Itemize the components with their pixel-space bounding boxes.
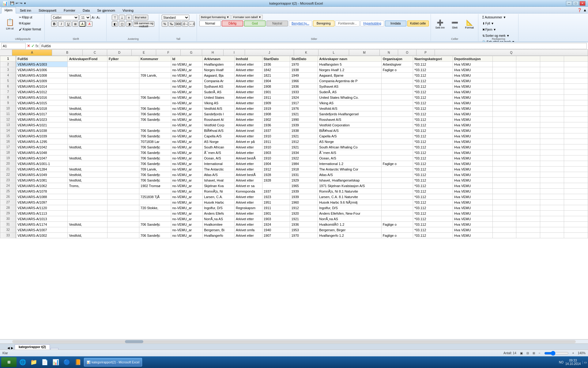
tab-sideoppsett[interactable]: Sideoppsett bbox=[35, 7, 60, 13]
cell-25-0[interactable]: VEMU/ARS-A/1078 bbox=[16, 189, 68, 194]
cell-23-1[interactable]: Vestfold, bbox=[68, 178, 107, 183]
cell-33-8[interactable]: 1970 bbox=[290, 233, 318, 238]
cell-12-15[interactable] bbox=[540, 117, 564, 122]
cell-17-6[interactable]: Arkivet etter bbox=[234, 144, 262, 150]
cell-27-5[interactable]: Husvik Harbc bbox=[203, 200, 235, 205]
cell-25-9[interactable]: RomnÃ¦s, Ni 8.1 Naturvite bbox=[318, 189, 381, 194]
cell-26-2[interactable] bbox=[107, 194, 139, 200]
cell-27-9[interactable]: Husvik Harbc 9.6 NÃ¦rmilj bbox=[318, 200, 381, 205]
cell-17-10[interactable] bbox=[381, 144, 413, 150]
cell-20-14[interactable] bbox=[516, 161, 540, 167]
cell-32-12[interactable]: Hva VEMU bbox=[453, 227, 493, 233]
cell-8-0[interactable]: VEMU/ARS-A/1016 bbox=[16, 95, 68, 100]
cell-22-10[interactable] bbox=[381, 172, 413, 178]
cell-19-0[interactable]: VEMU/ARS-A/1047 bbox=[16, 155, 68, 161]
paste-btn[interactable]: 📋 Lim ut bbox=[3, 15, 17, 34]
cell-5-9[interactable]: Compania Argentina de P bbox=[318, 78, 381, 84]
cell-28-6[interactable]: Regnskapsm bbox=[234, 205, 262, 211]
cell-18-10[interactable] bbox=[381, 150, 413, 155]
cell-21-6[interactable]: Arkivet etter bbox=[234, 167, 262, 172]
cell-22-2[interactable] bbox=[107, 172, 139, 178]
increase-decimal-btn[interactable]: .0→ bbox=[182, 21, 188, 27]
cell-16-16[interactable] bbox=[564, 139, 588, 144]
cell-12-12[interactable]: Hva VEMU bbox=[453, 117, 493, 122]
col-header-c[interactable]: C bbox=[83, 50, 107, 56]
cell-18-13[interactable] bbox=[492, 150, 516, 155]
font-size-select[interactable]: 11 bbox=[80, 15, 91, 20]
cell-23-11[interactable]: *03.112 bbox=[413, 178, 453, 183]
cell-23-4[interactable]: no-VEMU_ar bbox=[171, 178, 203, 183]
cell-24-9[interactable]: 1971 Skjelnan Kvalstasjon A/S bbox=[318, 183, 381, 189]
cell-2-16[interactable] bbox=[564, 62, 588, 67]
cell-26-13[interactable] bbox=[492, 194, 516, 200]
cell-30-7[interactable]: 1903 bbox=[262, 216, 290, 222]
cell-12-11[interactable]: *03.112 bbox=[413, 117, 453, 122]
cell-24-6[interactable]: Arkivet er sa bbox=[234, 183, 262, 189]
cell-20-6[interactable]: Arkivet etter bbox=[234, 161, 262, 167]
cell-19-8[interactable]: 1922 bbox=[290, 155, 318, 161]
cell-26-16[interactable] bbox=[564, 194, 588, 200]
currency-btn[interactable]: % bbox=[162, 21, 168, 27]
cell-27-1[interactable] bbox=[68, 200, 107, 205]
tab-se-gjennom[interactable]: Se gjennom bbox=[94, 7, 119, 13]
cell-12-7[interactable]: 1902 bbox=[262, 117, 290, 122]
cell-29-0[interactable]: VEMU/ARS-A/1113 bbox=[16, 211, 68, 216]
cell-3-14[interactable] bbox=[516, 67, 540, 73]
align-middle-btn[interactable]: ⊥ bbox=[119, 15, 125, 20]
cell-11-3[interactable]: 706 Sandefjc bbox=[139, 111, 171, 117]
cell-31-14[interactable] bbox=[516, 222, 540, 227]
cell-12-3[interactable]: 706 Sandefjc bbox=[139, 117, 171, 122]
cell-15-12[interactable]: Hva VEMU bbox=[453, 133, 493, 139]
cell-10-2[interactable] bbox=[107, 106, 139, 111]
header-cell-1[interactable]: Arkivskaper/Fond bbox=[68, 56, 107, 62]
cell-15-0[interactable]: VEMU/ARS-A/1039 bbox=[16, 133, 68, 139]
cell-17-16[interactable] bbox=[564, 144, 588, 150]
cell-20-1[interactable] bbox=[68, 161, 107, 167]
cell-15-3[interactable]: 706 Sandefjc bbox=[139, 133, 171, 139]
cell-5-0[interactable]: VEMU/ARS-A/1009 bbox=[16, 78, 68, 84]
cell-13-10[interactable] bbox=[381, 122, 413, 128]
cell-7-2[interactable] bbox=[107, 89, 139, 95]
cell-9-9[interactable]: Viking AS bbox=[318, 100, 381, 106]
cell-11-5[interactable]: Sandefjords l bbox=[203, 111, 235, 117]
cell-2-2[interactable] bbox=[107, 62, 139, 67]
cell-28-8[interactable]: 1912 bbox=[290, 205, 318, 211]
cell-4-14[interactable] bbox=[516, 73, 540, 78]
cell-31-16[interactable] bbox=[564, 222, 588, 227]
header-cell-5[interactable]: Arkivnavn bbox=[203, 56, 235, 62]
cell-17-5[interactable]: South African bbox=[203, 144, 235, 150]
col-header-g[interactable]: G bbox=[181, 50, 202, 56]
cell-15-11[interactable]: *03.112 bbox=[413, 133, 453, 139]
cell-31-3[interactable]: 706 Sandefjc bbox=[139, 222, 171, 227]
cell-7-3[interactable] bbox=[139, 89, 171, 95]
cell-16-2[interactable] bbox=[107, 139, 139, 144]
cell-23-0[interactable]: VEMU/ARS-A/1081 bbox=[16, 178, 68, 183]
cell-8-6[interactable]: Arkivet etter bbox=[234, 95, 262, 100]
cell-24-4[interactable]: no-VEMU_ar bbox=[171, 183, 203, 189]
font-color-btn[interactable]: A bbox=[86, 21, 92, 27]
cell-22-15[interactable] bbox=[540, 172, 564, 178]
cell-27-0[interactable]: VEMU/ARS-A/1097 bbox=[16, 200, 68, 205]
cell-4-5[interactable]: Aagaard, Bja bbox=[203, 73, 235, 78]
cell-11-6[interactable]: Arkivet etter bbox=[234, 111, 262, 117]
cell-21-13[interactable] bbox=[492, 167, 516, 172]
cell-26-0[interactable]: VEMU/ARS-A/1088 bbox=[16, 194, 68, 200]
cell-25-10[interactable] bbox=[381, 189, 413, 194]
cell-3-1[interactable] bbox=[68, 67, 107, 73]
cell-12-8[interactable]: 1990 bbox=[290, 117, 318, 122]
cell-17-7[interactable]: 1910 bbox=[262, 144, 290, 150]
sheet-nav-left[interactable]: ◀ bbox=[7, 346, 10, 350]
cell-21-5[interactable]: The Antarctic bbox=[203, 167, 235, 172]
cell-9-1[interactable] bbox=[68, 100, 107, 106]
cell-24-3[interactable]: 1902 Tromsø bbox=[139, 183, 171, 189]
sheet-nav-right[interactable]: ▶ bbox=[11, 346, 13, 350]
cell-18-5[interactable]: Ã¯rnen A/S bbox=[203, 150, 235, 155]
cell-30-15[interactable] bbox=[540, 216, 564, 222]
cell-28-15[interactable] bbox=[540, 205, 564, 211]
cell-9-11[interactable]: *03.112 bbox=[413, 100, 453, 106]
cell-12-16[interactable] bbox=[564, 117, 588, 122]
cell-31-12[interactable]: Hva VEMU bbox=[453, 222, 493, 227]
cell-15-16[interactable] bbox=[564, 133, 588, 139]
cell-3-10[interactable]: Faglige o bbox=[381, 67, 413, 73]
cell-19-10[interactable] bbox=[381, 155, 413, 161]
